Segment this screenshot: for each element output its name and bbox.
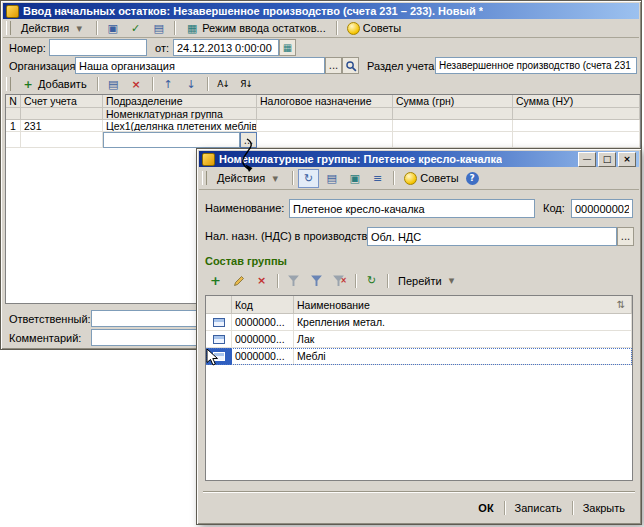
number-input[interactable] [49,39,147,56]
number-label: Номер: [9,42,46,54]
help-button[interactable]: ? [466,172,479,185]
row-marker-cell[interactable] [206,314,232,331]
toolbar-grip[interactable] [6,21,11,35]
nomenclature-group-editor-input[interactable] [103,132,240,148]
cell-empty[interactable] [21,132,103,148]
row-marker-cell-selected[interactable] [206,348,232,365]
add-row-button[interactable]: + Добавить [16,75,92,94]
delete-item-button[interactable]: × [251,271,272,290]
filter-settings-icon [288,275,300,287]
col-header-sum-nu[interactable]: Сумма (НУ) [513,95,640,108]
move-up-button[interactable]: ↑ [158,75,179,94]
form-settings-button[interactable]: ▣ [344,169,365,188]
nomenclature-group-ellipsis-button[interactable]: ... [240,132,257,148]
cell-name[interactable]: Крепления метал. [294,314,632,331]
col-header-nomenclature-group[interactable]: Номенклатурная группа [103,108,257,120]
actions-menu-button[interactable]: Действия ▾ [16,19,91,38]
vat-purpose-label: Нал. назн. (НДС) в производстве: [205,230,376,242]
maximize-button[interactable]: □ [598,152,616,167]
organization-input[interactable] [75,57,325,74]
add-item-button[interactable]: + [205,271,226,290]
col-header-tax-purpose[interactable]: Налоговое назначение [257,95,393,108]
col-header-code[interactable]: Код [232,296,294,314]
move-down-button[interactable]: ↓ [181,75,202,94]
name-input[interactable] [289,199,535,218]
list-view-button[interactable]: ≡ [367,169,388,188]
close-icon: × [623,154,631,164]
filter-button[interactable] [306,271,327,290]
toolbar-separator [97,77,98,91]
accounting-section-input[interactable] [435,57,637,74]
footer-separator [203,491,635,493]
cell-sum-uah[interactable] [393,120,513,132]
cell-empty[interactable] [393,132,513,148]
cell-name[interactable]: Лак [294,331,632,348]
col-header-department[interactable]: Подразделение [103,95,257,108]
reread-button[interactable]: ↻ [298,169,319,188]
actions-menu-button[interactable]: Действия ▾ [212,169,287,188]
write-button[interactable]: Записать [509,502,568,514]
cell-code[interactable]: 0000000... [232,348,294,365]
toolbar-separator [336,21,337,35]
tips-button[interactable]: Советы [399,169,463,188]
col-header-n[interactable]: N [6,95,21,108]
cell-code[interactable]: 0000000... [232,314,294,331]
save-button[interactable]: ▣ [102,19,123,38]
edit-item-button[interactable] [228,271,249,290]
delete-row-button[interactable]: × [126,75,147,94]
code-input[interactable] [571,199,633,218]
sort-desc-icon: Я↓ [237,77,255,91]
col-header-account[interactable]: Счет учета [21,95,103,108]
sort-asc-button[interactable]: А↓ [213,75,234,94]
post-button[interactable]: ✓ [125,19,146,38]
copy-button[interactable]: ▤ [148,19,169,38]
date-calendar-button[interactable]: ▦ [279,39,296,56]
list-toolbar: + × × ↻ Перейти ▾ [203,270,635,291]
date-input[interactable] [173,39,279,56]
col-header-sum-uah[interactable]: Сумма (грн) [393,95,513,108]
cell-account[interactable]: 231 [21,120,103,132]
dialog-titlebar: Номенклатурные группы: Плетеное кресло-к… [199,151,639,167]
col-header-name[interactable]: Наименование [294,296,632,314]
cell-empty[interactable] [513,132,640,148]
cell-row-number[interactable]: 1 [6,120,21,132]
catalog-item-icon [213,318,225,327]
go-to-menu-button[interactable]: Перейти ▾ [393,271,464,290]
cell-code[interactable]: 0000000... [232,331,294,348]
organization-ellipsis-button[interactable]: ... [325,57,342,74]
refresh-button[interactable]: ↻ [361,271,382,290]
tips-button[interactable]: Советы [342,19,406,38]
cell-sum-nu[interactable] [513,120,640,132]
sort-columns-icon[interactable]: ⇅ [614,298,628,312]
copy-icon: ▤ [325,171,339,185]
toolbar-grip[interactable] [6,77,11,91]
pencil-icon [233,275,245,287]
filter-settings-button[interactable] [283,271,304,290]
dialog-title: Номенклатурные группы: Плетеное кресло-к… [219,153,502,165]
close-button[interactable]: × [618,152,636,167]
row-marker-cell[interactable] [206,331,232,348]
sort-desc-button[interactable]: Я↓ [236,75,257,94]
accounting-section-label: Раздел учета: [367,60,438,72]
entry-mode-button[interactable]: ▦ Режим ввода остатков... [180,19,331,38]
clear-filter-button[interactable]: × [329,271,350,290]
close-dialog-button[interactable]: Закрыть [577,502,631,514]
cell-name[interactable]: Меблі [294,348,632,365]
ellipsis-icon: ... [621,231,631,242]
copy-button[interactable]: ▤ [321,169,342,188]
minimize-button[interactable]: — [578,152,596,167]
cell-empty[interactable] [257,132,393,148]
ok-button[interactable]: ОК [472,502,499,514]
copy-row-button[interactable]: ▤ [103,75,124,94]
toolbar-grip[interactable] [202,171,207,185]
cell-tax-purpose[interactable] [257,120,393,132]
organization-search-button[interactable] [342,57,359,74]
add-icon: + [21,77,35,91]
window-controls: — □ × [578,152,636,167]
cell-empty[interactable] [6,132,21,148]
ellipsis-icon: ... [244,135,254,146]
vat-purpose-ellipsis-button[interactable]: ... [617,227,634,246]
vat-purpose-input[interactable] [367,227,617,246]
toolbar-separator [96,21,97,35]
cell-department[interactable]: Цех1(делянка плетених меблів) [103,120,257,132]
